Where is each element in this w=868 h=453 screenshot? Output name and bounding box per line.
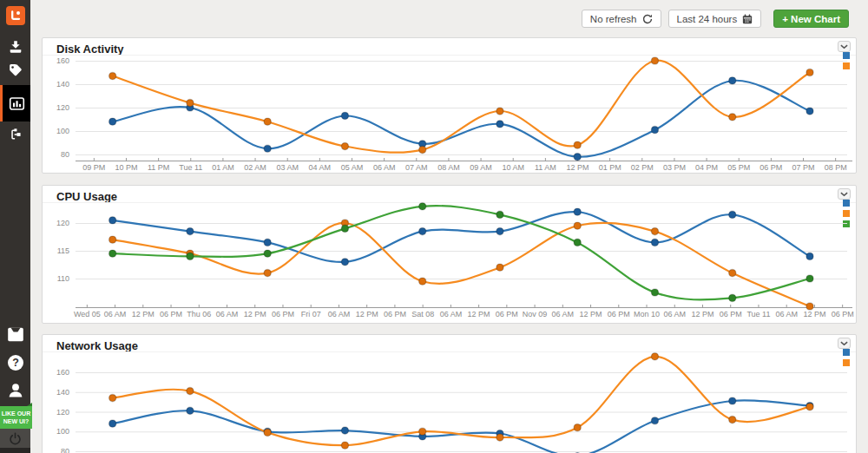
data-point-blue[interactable] [806, 253, 813, 259]
data-point-orange[interactable] [651, 57, 658, 64]
feedback-badge-line2: NEW UI? [0, 417, 32, 425]
x-tick-label: 06 PM [496, 310, 518, 318]
data-point-blue[interactable] [496, 228, 503, 235]
data-point-blue[interactable] [109, 118, 116, 125]
data-point-green[interactable] [806, 275, 813, 282]
data-point-green[interactable] [729, 294, 736, 301]
sidebar-item-help[interactable]: ? [0, 353, 30, 372]
data-point-blue[interactable] [574, 154, 581, 161]
data-point-orange[interactable] [729, 114, 736, 121]
chart-card-cpu-usage: CPU Usage 110115120Wed 0506 AM12 PM06 PM… [42, 185, 857, 324]
data-point-blue[interactable] [419, 228, 426, 235]
x-tick-label: 06 PM [832, 310, 854, 318]
y-tick-label: 100 [56, 427, 69, 436]
time-range-button[interactable]: Last 24 hours [668, 10, 762, 28]
x-tick-label: 12 PM [691, 310, 713, 318]
data-point-green[interactable] [109, 250, 116, 257]
refresh-interval-button[interactable]: No refresh [582, 10, 661, 28]
data-point-orange[interactable] [496, 108, 503, 115]
data-point-blue[interactable] [341, 259, 348, 266]
data-point-orange[interactable] [496, 434, 503, 441]
refresh-icon [642, 14, 653, 24]
user-icon [7, 382, 24, 399]
data-point-orange[interactable] [729, 417, 736, 423]
feedback-badge[interactable]: LIKE OUR NEW UI? [0, 406, 32, 429]
data-point-green[interactable] [264, 250, 271, 257]
data-point-green[interactable] [419, 203, 426, 210]
data-point-blue[interactable] [729, 77, 736, 84]
sidebar-item-tags[interactable] [0, 60, 30, 81]
x-tick-label: 06 PM [760, 163, 782, 172]
x-tick-label: 03 PM [663, 163, 686, 172]
data-point-green[interactable] [341, 225, 348, 232]
series-line-green [113, 206, 810, 299]
x-tick-label: 11 AM [535, 163, 556, 172]
data-point-blue[interactable] [341, 427, 348, 434]
data-point-blue[interactable] [187, 228, 194, 235]
sidebar-item-nodes[interactable] [0, 124, 30, 145]
data-point-orange[interactable] [651, 353, 658, 360]
sidebar-item-logout[interactable] [0, 429, 30, 448]
data-point-blue[interactable] [574, 208, 581, 215]
data-point-blue[interactable] [109, 420, 116, 427]
data-point-orange[interactable] [496, 264, 503, 271]
tag-icon [8, 62, 23, 78]
x-tick-label: Sat 08 [411, 310, 434, 318]
data-point-orange[interactable] [264, 429, 271, 436]
data-point-green[interactable] [574, 239, 581, 246]
data-point-orange[interactable] [187, 100, 194, 107]
x-tick-label: 05 PM [727, 163, 750, 172]
sidebar-item-disk[interactable] [0, 36, 30, 57]
x-tick-label: 07 AM [405, 163, 428, 172]
data-point-green[interactable] [187, 253, 194, 259]
data-point-orange[interactable] [806, 69, 813, 76]
data-point-orange[interactable] [574, 222, 581, 229]
data-point-orange[interactable] [341, 142, 348, 149]
data-point-blue[interactable] [651, 127, 658, 134]
data-point-orange[interactable] [109, 72, 116, 79]
sidebar-item-charts[interactable] [0, 85, 30, 121]
sidebar-item-inbox[interactable] [0, 325, 30, 344]
data-point-orange[interactable] [419, 147, 426, 154]
data-point-blue[interactable] [264, 239, 271, 246]
chart-plot-area: 80100120140160 [43, 335, 856, 453]
data-point-blue[interactable] [651, 417, 658, 424]
data-point-orange[interactable] [419, 278, 426, 285]
data-point-blue[interactable] [496, 121, 503, 128]
data-point-blue[interactable] [187, 407, 194, 414]
x-tick-label: 02 PM [631, 163, 654, 172]
data-point-orange[interactable] [419, 428, 426, 435]
chart-plot-area: 110115120Wed 0506 AM12 PM06 PMThu 0606 A… [43, 186, 856, 323]
data-point-blue[interactable] [341, 112, 348, 119]
data-point-orange[interactable] [341, 442, 348, 449]
data-point-orange[interactable] [264, 270, 271, 277]
sidebar-item-account[interactable] [0, 380, 30, 401]
data-point-orange[interactable] [574, 424, 581, 431]
data-point-orange[interactable] [651, 228, 658, 235]
x-tick-label: Mon 10 [634, 310, 660, 318]
data-point-orange[interactable] [109, 394, 116, 401]
x-tick-label: 06 AM [440, 310, 463, 318]
app-logo[interactable] [6, 6, 25, 25]
data-point-orange[interactable] [574, 141, 581, 148]
data-point-blue[interactable] [264, 145, 271, 152]
data-point-orange[interactable] [264, 118, 271, 125]
new-chart-button[interactable]: + New Chart [773, 10, 849, 28]
data-point-blue[interactable] [806, 108, 813, 115]
data-point-blue[interactable] [729, 397, 736, 404]
y-tick-label: 140 [56, 388, 69, 397]
data-point-orange[interactable] [806, 303, 813, 310]
data-point-blue[interactable] [109, 217, 116, 224]
data-point-blue[interactable] [651, 239, 658, 246]
data-point-orange[interactable] [109, 236, 116, 243]
y-tick-label: 140 [56, 80, 69, 89]
x-tick-label: 04 AM [309, 163, 332, 172]
data-point-green[interactable] [496, 211, 503, 218]
data-point-orange[interactable] [729, 270, 736, 277]
data-point-orange[interactable] [806, 404, 813, 410]
data-point-orange[interactable] [187, 388, 194, 395]
y-tick-label: 120 [56, 408, 69, 417]
x-tick-label: 06 AM [104, 310, 127, 318]
data-point-blue[interactable] [729, 211, 736, 218]
data-point-green[interactable] [651, 289, 658, 296]
